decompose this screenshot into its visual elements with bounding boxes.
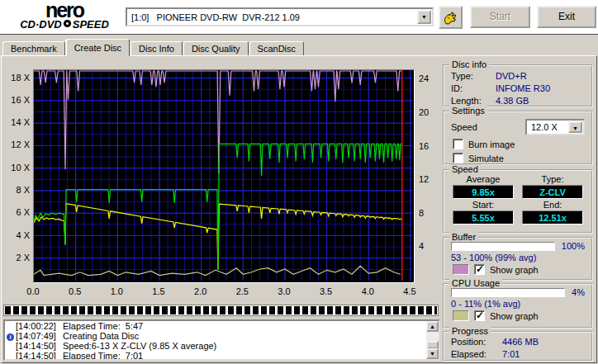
axis-tick-label: 0.0 [21,286,45,296]
info-icon: i [5,331,16,341]
cpu-show-graph-checkbox[interactable] [474,310,485,321]
position-value: 4466 MB [502,336,539,347]
tab-disc-info[interactable]: Disc Info [131,41,183,56]
speed-end-label: End: [522,200,583,210]
cpu-title: CPU Usage [449,278,502,288]
logo-cdvdspeed-text: CD·DVD SPEED [7,19,122,31]
log-icon-slot [5,321,16,331]
log-text: Elapsed Time: 7:01 [63,351,143,361]
disc-type-value: DVD+R [496,70,527,82]
buffer-percent: 100% [562,241,585,251]
disc-icon [63,19,72,31]
toolbar: nero CD·DVD SPEED [1:0] PIONEER DVD-RW D… [0,0,598,35]
log-time: [14:07:49] [16,331,63,341]
tab-scandisc[interactable]: ScanDisc [249,41,304,56]
axis-tick-label: 2 X [3,253,30,262]
log-text: Speed:6-13 X Z-CLV (9.85 X average) [63,341,216,351]
axis-tick-label: 2.5 [230,286,254,296]
tab-create-disc[interactable]: Create Disc [66,39,130,56]
disc-info-group: Disc info Type:DVD+R ID:INFOME R30 Lengt… [443,64,593,107]
axis-tick-label: 0.5 [63,286,88,296]
burn-image-label: Burn image [468,139,515,149]
speed-start-label: Start: [453,200,514,210]
speed-selector[interactable]: 12.0 X ▼ [525,119,585,135]
speed-label: Speed [451,122,477,132]
elapsed-value: 7:01 [502,348,520,360]
burn-image-checkbox[interactable] [453,139,463,149]
exit-button[interactable]: Exit [537,6,596,28]
simulate-label: Simulate [468,154,504,163]
speed-end-value: 12.51x [522,210,583,225]
axis-tick-label: 1.0 [104,286,129,296]
log-time: [14:00:22] [16,321,63,331]
tab-bar: Benchmark Create Disc Disc Info Disc Qua… [2,40,305,56]
axis-tick-label: 4 [419,241,424,251]
axis-tick-label: 16 X [3,95,30,105]
disc-type-label: Type: [451,70,496,82]
elapsed-label: Elapsed: [451,348,502,360]
speed-group: Speed Average Type: 9.85x Z-CLV Start: E… [443,169,593,234]
log-icon-slot [5,351,16,361]
scroll-down-icon[interactable]: ▼ [426,348,439,359]
disc-length-label: Length: [451,95,496,106]
speed-average-value: 9.85x [453,185,514,199]
tab-disc-quality[interactable]: Disc Quality [183,41,249,56]
progress-title: Progress [449,326,491,336]
position-label: Position: [451,336,502,347]
cpu-show-graph-label: Show graph [490,311,539,321]
simulate-checkbox[interactable] [453,153,463,163]
disc-length-value: 4.38 GB [496,95,529,106]
settings-group: Settings Speed 12.0 X ▼ Burn image Simul… [443,111,593,165]
cpu-color-swatch [453,310,469,321]
axis-tick-label: 1.5 [146,286,171,296]
log-scrollbar[interactable]: ▲ ▼ [426,321,439,359]
axis-tick-label: 3.0 [272,286,297,296]
axis-tick-label: 4.5 [397,286,422,296]
scroll-up-icon[interactable]: ▲ [426,321,439,332]
select-files-button[interactable] [439,6,463,29]
settings-title: Settings [449,106,487,116]
start-button[interactable]: Start [470,6,530,28]
buffer-range: 53 - 100% (99% avg) [444,251,591,262]
buffer-meter [451,242,555,251]
axis-tick-label: 10 X [3,163,30,173]
cpu-group: CPU Usage 4% 0 - 11% (1% avg) Show graph [443,283,593,329]
speed-title: Speed [449,164,481,174]
tab-benchmark[interactable]: Benchmark [2,41,65,56]
buffer-group: Buffer 100% 53 - 100% (99% avg) Show gra… [443,237,593,281]
logo-nero-text: nero [7,1,122,19]
speed-type-value: Z-CLV [522,185,583,199]
speed-type-label: Type: [522,174,583,184]
speed-selector-value: 12.0 X [527,122,567,132]
speed-average-label: Average [453,174,514,184]
cpu-range: 0 - 11% (1% avg) [444,297,591,309]
axis-tick-label: 20 [419,107,429,117]
status-log[interactable]: [14:00:22]Elapsed Time: 5:47 i[14:07:49]… [3,319,440,361]
axis-tick-label: 8 X [3,185,30,195]
drive-selector[interactable]: [1:0] PIONEER DVD-RW DVR-212 1.09 ▼ [126,7,434,26]
axis-tick-label: 14 X [3,117,30,127]
axis-tick-label: 6 X [3,207,30,217]
buffer-color-swatch [453,264,469,275]
cpu-percent: 4% [572,287,585,297]
axis-tick-label: 18 X [3,73,30,83]
disc-info-title: Disc info [449,59,489,69]
buffer-show-graph-checkbox[interactable] [474,264,485,275]
axis-tick-label: 12 [419,174,429,184]
chevron-down-icon[interactable]: ▼ [417,10,431,24]
progress-group: Progress Position:4466 MB Elapsed:7:01 [443,331,593,362]
buffer-title: Buffer [449,232,478,242]
axis-tick-label: 3.5 [314,286,339,296]
buffer-show-graph-label: Show graph [490,265,539,275]
axis-tick-label: 4 X [3,230,30,240]
chart-canvas [34,70,412,281]
disc-id-label: ID: [451,83,496,94]
axis-tick-label: 16 [419,141,429,151]
speed-start-value: 5.55x [453,210,514,225]
log-time: [14:14:50] [16,351,63,361]
log-text: Elapsed Time: 5:47 [63,321,143,331]
write-progress-fill [5,306,437,314]
chevron-down-icon[interactable]: ▼ [568,121,582,133]
drive-selector-value: [1:0] PIONEER DVD-RW DVR-212 1.09 [127,12,416,22]
nero-cd-dvd-speed-window: nero CD·DVD SPEED [1:0] PIONEER DVD-RW D… [0,0,598,364]
